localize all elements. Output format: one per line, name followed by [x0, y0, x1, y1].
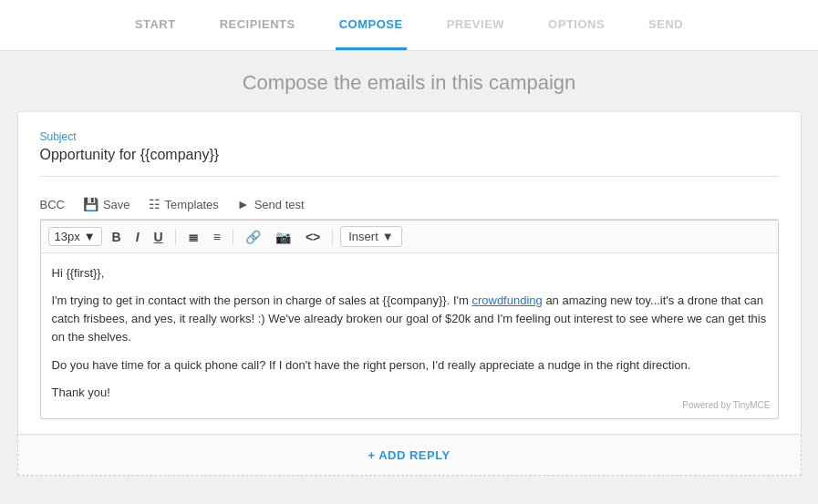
tab-start[interactable]: START [131, 1, 180, 50]
divider-2 [233, 229, 233, 245]
templates-icon: ☷ [149, 197, 160, 211]
insert-button[interactable]: Insert ▼ [340, 226, 401, 247]
editor-content-area[interactable]: Hi {{first}}, I'm trying to get in conta… [41, 253, 778, 418]
tab-options: OPTIONS [544, 1, 608, 50]
save-label: Save [103, 198, 130, 211]
underline-button[interactable]: U [150, 228, 168, 246]
font-size-select[interactable]: 13px ▼ [48, 227, 102, 246]
add-reply-area: + ADD REPLY [17, 435, 802, 476]
font-size-value: 13px [55, 230, 80, 243]
bcc-label: BCC [40, 198, 65, 211]
send-test-icon: ► [237, 197, 250, 211]
closing-line: Thank you! [52, 384, 767, 402]
divider-3 [332, 229, 333, 245]
save-button[interactable]: 💾 Save [83, 197, 130, 211]
insert-label: Insert [348, 230, 378, 243]
add-reply-button[interactable]: + ADD REPLY [368, 448, 450, 462]
greeting-line: Hi {{first}}, [52, 264, 767, 283]
tab-compose[interactable]: COMPOSE [336, 1, 407, 50]
tinymce-badge: Powered by TinyMCE [682, 398, 770, 413]
send-test-button[interactable]: ► Send test [237, 197, 305, 211]
divider-1 [175, 229, 176, 245]
font-size-arrow: ▼ [84, 230, 96, 243]
bcc-button[interactable]: BCC [40, 198, 65, 211]
templates-label: Templates [165, 198, 219, 211]
bold-button[interactable]: B [108, 228, 126, 246]
save-icon: 💾 [83, 197, 98, 211]
body-line-1: I'm trying to get in contact with the pe… [52, 292, 767, 346]
tab-recipients[interactable]: RECIPIENTS [216, 1, 299, 50]
top-nav: START RECIPIENTS COMPOSE PREVIEW OPTIONS… [0, 0, 818, 51]
ordered-list-button[interactable]: ≡ [209, 228, 225, 246]
compose-card: Subject Opportunity for {{company}} BCC … [17, 111, 802, 435]
email-toolbar: BCC 💾 Save ☷ Templates ► Send test [40, 191, 779, 220]
body-line-2: Do you have time for a quick phone call?… [52, 356, 767, 375]
crowdfunding-link[interactable]: crowdfunding [471, 293, 542, 307]
italic-button[interactable]: I [131, 228, 144, 246]
image-button[interactable]: 📷 [271, 228, 295, 246]
send-test-label: Send test [254, 198, 305, 211]
templates-button[interactable]: ☷ Templates [149, 197, 219, 211]
page-title: Compose the emails in this campaign [243, 71, 576, 94]
subject-value[interactable]: Opportunity for {{company}} [40, 147, 779, 177]
tab-send: SEND [645, 1, 687, 50]
page-title-area: Compose the emails in this campaign [0, 51, 818, 111]
source-button[interactable]: <> [301, 228, 325, 246]
insert-arrow: ▼ [382, 230, 394, 243]
subject-label: Subject [40, 130, 779, 143]
app-wrapper: START RECIPIENTS COMPOSE PREVIEW OPTIONS… [0, 0, 818, 504]
rich-text-editor: 13px ▼ B I U ≣ ≡ 🔗 📷 <> Insert ▼ [40, 220, 779, 419]
link-button[interactable]: 🔗 [241, 228, 265, 246]
format-bar: 13px ▼ B I U ≣ ≡ 🔗 📷 <> Insert ▼ [41, 221, 778, 253]
unordered-list-button[interactable]: ≣ [183, 228, 203, 246]
tab-preview: PREVIEW [443, 1, 508, 50]
